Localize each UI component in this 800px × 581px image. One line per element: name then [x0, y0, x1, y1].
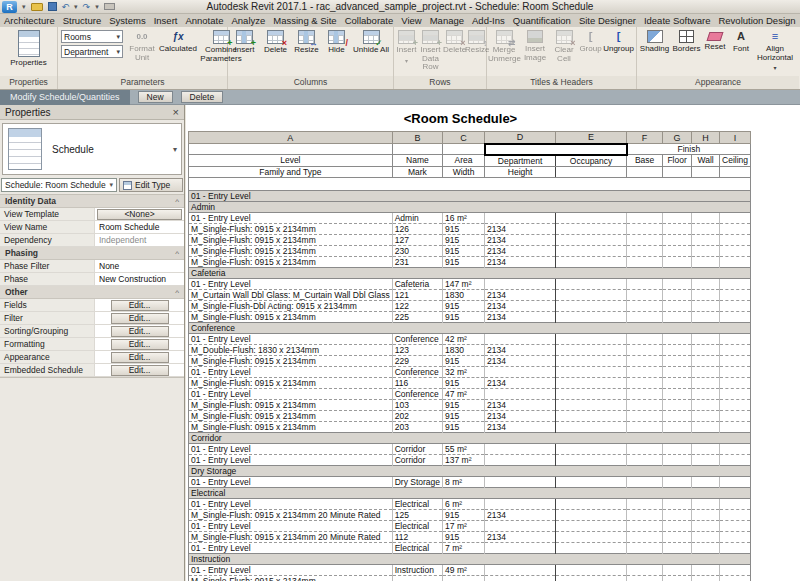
hide-column-button[interactable]: / Hide [322, 28, 351, 76]
schedule-cell[interactable] [720, 421, 751, 432]
schedule-cell[interactable] [627, 443, 663, 454]
schedule-cell[interactable] [692, 542, 720, 553]
calculated-button[interactable]: ƒx Calculated [159, 28, 197, 76]
schedule-cell[interactable] [692, 454, 720, 465]
tab-massing-site[interactable]: Massing & Site [269, 14, 340, 27]
schedule-cell[interactable] [720, 289, 751, 300]
schedule-cell[interactable] [556, 333, 627, 344]
tab-insert[interactable]: Insert [150, 14, 182, 27]
schedule-cell[interactable]: 2134 [485, 223, 556, 234]
schedule-cell[interactable] [692, 344, 720, 355]
column-letter-h[interactable]: H [692, 132, 720, 144]
schedule-cell[interactable] [720, 256, 751, 267]
schedule-cell[interactable]: 01 - Entry Level [189, 564, 393, 575]
schedule-cell[interactable] [720, 388, 751, 399]
schedule-cell[interactable]: M_Single-Flush: 0915 x 2134mm [189, 575, 393, 581]
schedule-cell[interactable] [556, 256, 627, 267]
column-letter-a[interactable]: A [189, 132, 393, 144]
schedule-cell[interactable] [485, 443, 556, 454]
schedule-cell[interactable] [556, 223, 627, 234]
schedule-cell[interactable]: M_Single-Flush: 0915 x 2134mm [189, 256, 393, 267]
shading-button[interactable]: Shading [638, 28, 671, 76]
group-header-row[interactable]: 01 - Entry Level [189, 190, 751, 201]
delete-button[interactable]: Delete [181, 91, 224, 103]
schedule-cell[interactable] [663, 520, 692, 531]
schedule-cell[interactable] [556, 421, 627, 432]
schedule-cell[interactable] [720, 454, 751, 465]
schedule-cell[interactable] [720, 564, 751, 575]
new-button[interactable]: New [138, 91, 173, 103]
schedule-cell[interactable] [663, 443, 692, 454]
column-letter-e[interactable]: E [556, 132, 627, 144]
panel-label-rows[interactable]: Rows [394, 76, 486, 89]
schedule-cell[interactable] [663, 366, 692, 377]
schedule-cell[interactable]: 915 [443, 223, 485, 234]
schedule-cell[interactable] [627, 234, 663, 245]
schedule-cell[interactable] [663, 300, 692, 311]
tab-view[interactable]: View [397, 14, 425, 27]
schedule-cell[interactable] [485, 212, 556, 223]
column-subheader-height[interactable]: Height [485, 166, 556, 177]
redo-dropdown-icon[interactable]: ▾ [95, 2, 99, 12]
schedule-cell[interactable]: 116 [392, 377, 442, 388]
resize-row-button[interactable]: ↕ Resize [465, 28, 487, 76]
schedule-cell[interactable] [485, 520, 556, 531]
schedule-cell[interactable] [556, 212, 627, 223]
group-header-row[interactable]: Admin [189, 201, 751, 212]
schedule-cell[interactable] [692, 498, 720, 509]
schedule-cell[interactable] [627, 344, 663, 355]
schedule-cell[interactable] [556, 564, 627, 575]
column-subheader-blank[interactable] [720, 166, 751, 177]
tab-revolution-design[interactable]: Revolution Design [714, 14, 799, 27]
schedule-cell[interactable] [692, 564, 720, 575]
schedule-cell[interactable] [556, 520, 627, 531]
schedule-cell[interactable] [692, 575, 720, 581]
schedule-cell[interactable] [627, 531, 663, 542]
column-letter-g[interactable]: G [663, 132, 692, 144]
schedule-cell[interactable]: 915 [443, 300, 485, 311]
finish-group-header[interactable]: Finish [627, 144, 751, 155]
column-header-wall[interactable]: Wall [692, 155, 720, 167]
schedule-cell[interactable] [556, 377, 627, 388]
schedule-cell[interactable] [627, 300, 663, 311]
schedule-cell[interactable]: 01 - Entry Level [189, 542, 393, 553]
app-menu-arrow-icon[interactable]: ▾ [22, 2, 26, 12]
schedule-cell[interactable]: 47 m² [443, 388, 485, 399]
schedule-cell[interactable] [556, 443, 627, 454]
schedule-cell[interactable]: 32 m² [443, 366, 485, 377]
schedule-cell[interactable]: Admin [392, 212, 442, 223]
save-icon[interactable] [48, 2, 57, 11]
schedule-cell[interactable]: 225 [392, 311, 442, 322]
schedule-cell[interactable]: 2134 [485, 509, 556, 520]
schedule-cell[interactable] [663, 289, 692, 300]
schedule-cell[interactable]: 127 [392, 234, 442, 245]
schedule-cell[interactable] [692, 531, 720, 542]
schedule-cell[interactable] [663, 542, 692, 553]
schedule-cell[interactable] [692, 311, 720, 322]
schedule-cell[interactable] [627, 421, 663, 432]
delete-column-button[interactable]: × Delete [260, 28, 291, 76]
tab-site-designer[interactable]: Site Designer [575, 14, 640, 27]
formatting-edit-button[interactable]: Edit... [111, 339, 169, 350]
schedule-cell[interactable]: 16 m² [443, 212, 485, 223]
schedule-cell[interactable] [556, 399, 627, 410]
schedule-cell[interactable] [663, 531, 692, 542]
schedule-cell[interactable]: 01 - Entry Level [189, 333, 393, 344]
schedule-cell[interactable] [720, 311, 751, 322]
schedule-cell[interactable] [720, 300, 751, 311]
schedule-cell[interactable]: M_Single-Flush: 0915 x 2134mm [189, 421, 393, 432]
tab-systems[interactable]: Systems [105, 14, 149, 27]
schedule-cell[interactable]: Conference [392, 333, 442, 344]
schedule-cell[interactable] [663, 410, 692, 421]
schedule-cell[interactable] [692, 388, 720, 399]
schedule-cell[interactable] [485, 498, 556, 509]
schedule-cell[interactable]: 01 - Entry Level [189, 454, 393, 465]
schedule-cell[interactable] [485, 388, 556, 399]
format-unit-button[interactable]: 0.0 Format Unit [125, 28, 159, 76]
schedule-cell[interactable] [663, 256, 692, 267]
schedule-cell[interactable]: 915 [443, 410, 485, 421]
schedule-cell[interactable] [692, 245, 720, 256]
schedule-cell[interactable]: 112 [392, 531, 442, 542]
schedule-cell[interactable]: Conference [392, 366, 442, 377]
group-button[interactable]: [ Group [578, 28, 603, 76]
